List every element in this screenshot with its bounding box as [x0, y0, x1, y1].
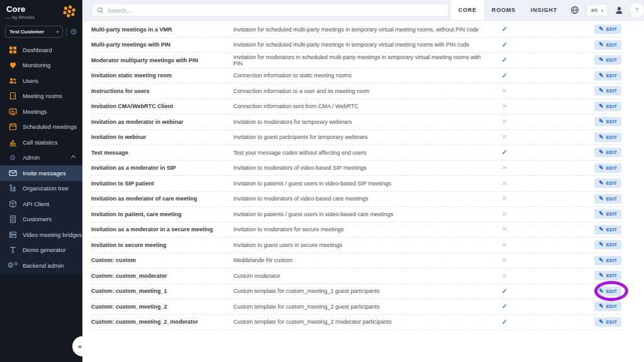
message-description: Custom template for custom_meeting_2 gue… [233, 304, 486, 310]
cross-icon: ✕ [486, 103, 523, 109]
edit-cell: ✎ EDIT [592, 163, 621, 173]
table-row-3: Invitation static meeting room Connectio… [91, 69, 621, 84]
check-icon: ✓ [486, 26, 523, 33]
edit-button-6[interactable]: ✎ EDIT [594, 117, 621, 126]
pencil-icon: ✎ [599, 57, 604, 63]
user-icon[interactable] [615, 6, 623, 14]
edit-button-4[interactable]: ✎ EDIT [594, 86, 621, 96]
edit-button-3[interactable]: ✎ EDIT [594, 71, 621, 80]
edit-button-1[interactable]: ✎ EDIT [594, 40, 621, 50]
pencil-icon: ✎ [599, 88, 604, 94]
table-row-15: Custom: custom Meddelande för custom ✕ ✎… [91, 253, 621, 269]
admin-item-6[interactable]: ⚙⚙ Backend admin [0, 258, 82, 273]
cross-icon: ✕ [486, 180, 523, 187]
edit-button-11[interactable]: ✎ EDIT [594, 194, 621, 204]
pencil-icon: ✎ [599, 26, 604, 32]
sidebar: Core — by Mividas Test Customer ▾ ⚙ Das [0, 0, 82, 362]
sidebar-item-4[interactable]: Meetings [0, 104, 82, 119]
product-tabs: CORE ROOMS INSIGHT [451, 0, 565, 20]
cross-icon: ✕ [486, 273, 523, 279]
message-name: Moderator multiparty meetings with PIN [91, 57, 233, 63]
admin-item-label: Organization tree [23, 185, 69, 192]
edit-button-2[interactable]: ✎ EDIT [594, 55, 621, 65]
edit-button-label: EDIT [606, 43, 617, 47]
sidebar-item-label: Dashboard [23, 47, 52, 53]
sidebar-item-5[interactable]: Scheduled meetings [0, 119, 82, 135]
sidebar-item-admin[interactable]: ⚙ Admin [0, 150, 82, 166]
demo-generator-icon [8, 246, 17, 254]
gear-icon[interactable]: ⚙ [70, 28, 77, 36]
edit-button-0[interactable]: ✎ EDIT [594, 25, 621, 34]
edit-button-12[interactable]: ✎ EDIT [594, 209, 621, 219]
edit-button-17[interactable]: ✎ EDIT [594, 287, 621, 296]
admin-item-label: Demo generator [23, 246, 66, 253]
table-row-17: Custom: custom_meeting_1 Custom template… [91, 284, 621, 300]
search-input[interactable] [108, 7, 443, 14]
message-name: Invitation CMA/WebRTC Client [91, 103, 233, 109]
admin-item-3[interactable]: Customers [0, 212, 82, 228]
message-description: Custom template for custom_meeting_2 mod… [233, 319, 486, 325]
cross-icon: ✕ [486, 242, 523, 248]
api-client-icon [8, 200, 17, 208]
message-name: Invitation to SIP patient [91, 180, 233, 187]
tab-2[interactable]: INSIGHT [523, 0, 565, 20]
edit-cell: ✎ EDIT [592, 86, 621, 96]
admin-item-1[interactable]: Organization tree [0, 181, 82, 197]
edit-button-13[interactable]: ✎ EDIT [594, 225, 621, 234]
edit-button-8[interactable]: ✎ EDIT [594, 148, 621, 157]
check-icon: ✓ [486, 72, 523, 79]
message-name: Instructions for users [91, 88, 233, 94]
tab-1[interactable]: ROOMS [484, 0, 523, 20]
cross-icon: ✕ [486, 195, 523, 202]
edit-button-7[interactable]: ✎ EDIT [594, 133, 621, 142]
avatar[interactable]: T [630, 3, 644, 17]
edit-button-14[interactable]: ✎ EDIT [594, 240, 621, 250]
language-select[interactable]: en ▾ [586, 4, 608, 16]
sidebar-item-0[interactable]: Dashboard [0, 42, 82, 58]
edit-button-label: EDIT [606, 150, 617, 155]
edit-button-16[interactable]: ✎ EDIT [594, 271, 621, 280]
edit-button-19[interactable]: ✎ EDIT [594, 317, 621, 327]
table-row-18: Custom: custom_meeting_2 Custom template… [91, 299, 621, 315]
message-name: Invitation as moderator in webinar [91, 119, 233, 125]
message-description: Invitation for moderators in scheduled m… [233, 54, 486, 67]
customer-row: Test Customer ▾ ⚙ [5, 26, 77, 38]
invite-messages-table: Multi-party meetings in a VMR Invitation… [82, 21, 644, 362]
admin-item-4[interactable]: Video meeting bridges [0, 227, 82, 243]
sidebar-item-6[interactable]: Call statistics [0, 134, 82, 150]
admin-item-label: Video meeting bridges [23, 231, 82, 238]
meetings-icon [8, 107, 17, 116]
edit-button-label: EDIT [606, 212, 617, 216]
cross-icon: ✕ [486, 119, 523, 125]
sidebar-item-1[interactable]: Monitoring [0, 58, 82, 74]
edit-button-18[interactable]: ✎ EDIT [594, 302, 621, 311]
edit-button-10[interactable]: ✎ EDIT [594, 178, 621, 188]
edit-cell: ✎ EDIT [592, 25, 621, 34]
message-description: Invitation for scheduled multi-party mee… [233, 41, 486, 48]
admin-item-0[interactable]: Invite messages [0, 165, 82, 181]
admin-item-label: Customers [23, 216, 52, 222]
message-description: Connection information to static meeting… [233, 72, 486, 79]
edit-button-5[interactable]: ✎ EDIT [594, 102, 621, 111]
sidebar-item-3[interactable]: Meeting rooms [0, 89, 82, 104]
tab-0[interactable]: CORE [451, 0, 484, 20]
sidebar-item-2[interactable]: Users [0, 73, 82, 89]
edit-cell: ✎ EDIT [592, 71, 621, 80]
cross-icon: ✕ [486, 257, 523, 263]
message-name: Custom: custom [91, 257, 233, 263]
edit-button-15[interactable]: ✎ EDIT [594, 256, 621, 265]
edit-button-label: EDIT [606, 273, 617, 278]
admin-item-2[interactable]: API Client [0, 196, 82, 212]
customer-selector[interactable]: Test Customer ▾ [5, 26, 63, 38]
message-description: Invitation to patients / guest users in … [233, 211, 486, 217]
admin-item-5[interactable]: Demo generator [0, 243, 82, 258]
edit-button-9[interactable]: ✎ EDIT [594, 163, 621, 173]
cross-icon: ✕ [486, 88, 523, 94]
sidebar-item-label: Scheduled meetings [23, 123, 77, 130]
edit-cell: ✎ EDIT [592, 256, 621, 265]
message-description: Invitation to guest users in secure meet… [233, 242, 486, 248]
sidebar-collapse-button[interactable]: « [72, 336, 92, 356]
message-description: Invitation to moderators of video-based … [233, 165, 486, 171]
pencil-icon: ✎ [599, 42, 604, 48]
edit-button-label: EDIT [606, 181, 617, 185]
